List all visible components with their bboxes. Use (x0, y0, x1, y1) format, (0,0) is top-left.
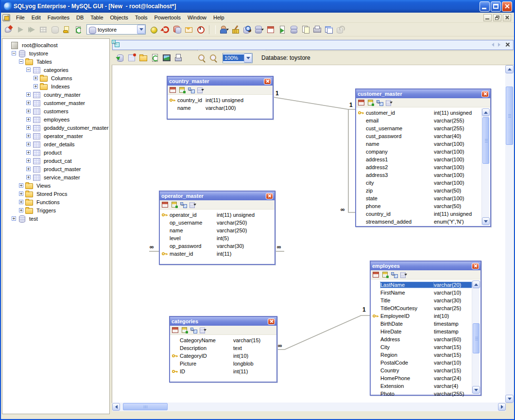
column-row[interactable]: op_password varchar(30) (160, 242, 275, 250)
column-row[interactable]: EmployeeID int(10) (371, 312, 472, 320)
copy-table-icon[interactable] (265, 24, 276, 35)
manage-relationships-icon[interactable] (376, 99, 383, 106)
column-row[interactable]: Address varchar(60) (371, 335, 472, 343)
tree-expander-icon[interactable] (26, 117, 31, 122)
refresh-schema-icon[interactable] (150, 52, 160, 63)
tab-querybuilder[interactable]: QueryBuilder (147, 40, 197, 51)
column-row[interactable]: name varchar(250) (160, 227, 275, 234)
new-connection-icon[interactable] (3, 24, 14, 35)
column-row[interactable]: country_id int(11) unsigned (356, 210, 481, 218)
export-data-icon[interactable] (277, 24, 288, 35)
column-row[interactable]: customer_id int(11) unsigned (356, 109, 481, 117)
scroll-right-icon[interactable] (498, 403, 506, 411)
tree-db-test[interactable]: test (2, 214, 109, 223)
column-row[interactable]: master_id int(11) (160, 250, 275, 258)
mdi-close-button[interactable] (503, 14, 511, 21)
tree-expander-icon[interactable] (26, 150, 31, 155)
menu-help[interactable]: Help (210, 13, 228, 22)
alter-table-icon[interactable] (372, 271, 379, 278)
tree-table-product[interactable]: product (2, 148, 109, 157)
table-header[interactable]: categories (170, 317, 276, 326)
tree-table-country-master[interactable]: country_master (2, 90, 109, 99)
tree-expander-icon[interactable] (19, 192, 23, 196)
table-header[interactable]: operator_master (160, 192, 275, 200)
mdi-minimize-button[interactable] (483, 14, 492, 21)
zoom-out-icon[interactable] (208, 52, 219, 63)
zoom-combo[interactable]: 100% (223, 53, 253, 63)
mdi-window-icon[interactable] (324, 24, 334, 35)
diagram-table-operator_master[interactable]: operator_master (159, 191, 275, 265)
tree-folder-functions[interactable]: Functions (2, 198, 109, 206)
column-row[interactable]: Extension varchar(4) (371, 382, 472, 390)
column-row[interactable]: level int(5) (160, 234, 275, 242)
scroll-left-icon[interactable] (112, 403, 120, 411)
tree-table-order-details[interactable]: order_details (2, 140, 109, 148)
tree-expander-icon[interactable] (19, 200, 23, 204)
column-row[interactable]: LastName varchar(20) (371, 281, 472, 289)
insert-data-icon[interactable] (181, 327, 188, 333)
print-schema-icon[interactable] (173, 52, 184, 63)
menu-objects[interactable]: Objects (107, 13, 132, 22)
tree-table-operator-master[interactable]: operator_master (2, 132, 109, 140)
column-row[interactable]: name varchar(100) (168, 104, 273, 112)
tree-expander-icon[interactable] (12, 51, 16, 55)
tab-close-button[interactable] (504, 41, 511, 48)
tree-expander-icon[interactable] (26, 92, 31, 97)
scroll-up-icon[interactable] (482, 108, 490, 116)
menu-db[interactable]: DB (73, 13, 87, 22)
tree-expander-icon[interactable] (26, 175, 31, 179)
copy-result-icon[interactable] (300, 24, 311, 35)
column-row[interactable]: company varchar(100) (356, 148, 481, 156)
column-row[interactable]: phone varchar(50) (356, 202, 481, 210)
tree-table-employees[interactable]: employees (2, 115, 109, 123)
tree-expander-icon[interactable] (19, 59, 23, 64)
tree-expander-icon[interactable] (26, 109, 31, 113)
tree-table-customers[interactable]: customers (2, 107, 109, 115)
scroll-up-icon[interactable] (505, 65, 514, 73)
column-row[interactable]: CategoryID int(10) (170, 352, 276, 360)
copy-database-icon[interactable] (172, 24, 183, 35)
flush-tools-icon[interactable] (230, 24, 241, 35)
insert-update-icon[interactable] (149, 24, 159, 35)
schema-sync-icon[interactable] (254, 24, 264, 35)
column-row[interactable]: address3 varchar(100) (356, 171, 481, 179)
tree-expander-icon[interactable] (19, 208, 23, 212)
tree-table-product-cat[interactable]: product_cat (2, 157, 109, 165)
scroll-thumb[interactable] (123, 403, 168, 410)
column-row[interactable]: operator_id int(11) unsigned (160, 211, 275, 219)
tree-expander-icon[interactable] (34, 84, 38, 88)
insert-data-icon[interactable] (381, 271, 389, 278)
column-row[interactable]: Region varchar(15) (371, 351, 472, 359)
tree-expander-icon[interactable] (26, 142, 31, 146)
column-row[interactable]: Photo varchar(255) (371, 390, 472, 398)
schema-canvas[interactable]: 11∞∞1∞∞ country_master (112, 65, 505, 403)
canvas-horizontal-scrollbar[interactable] (112, 402, 506, 411)
table-close-button[interactable] (481, 91, 489, 97)
tree-db-toystore[interactable]: toystore (2, 49, 109, 57)
column-row[interactable]: FirstName varchar(10) (371, 289, 472, 297)
column-row[interactable]: cust_username varchar(255) (356, 124, 481, 132)
manage-relationships-icon[interactable] (188, 87, 195, 93)
insert-data-icon[interactable] (178, 87, 186, 93)
tab-scroll-left-icon[interactable] (492, 43, 494, 47)
tree-table-product-master[interactable]: product_master (2, 165, 109, 173)
tree-expander-icon[interactable] (26, 68, 31, 72)
tree-root-localhost[interactable]: root@localhost (2, 41, 109, 49)
table-sync-icon[interactable] (335, 24, 346, 35)
table-close-button[interactable] (266, 193, 273, 199)
user-manager-icon[interactable] (219, 24, 229, 35)
table-close-button[interactable] (268, 318, 275, 325)
minimize-button[interactable] (480, 1, 490, 12)
menu-favorites[interactable]: Favorites (44, 13, 73, 22)
column-row[interactable]: Country varchar(15) (371, 367, 472, 374)
alter-table-icon[interactable] (169, 87, 176, 93)
column-row[interactable]: Description text (170, 344, 276, 352)
tree-expander-icon[interactable] (12, 216, 16, 221)
tree-expander-icon[interactable] (26, 101, 31, 105)
column-visibility-icon[interactable] (400, 271, 407, 278)
alter-table-icon[interactable] (172, 327, 179, 333)
tree-expander-icon[interactable] (26, 167, 31, 171)
table-header[interactable]: employees (371, 262, 481, 270)
execute-all-queries-icon[interactable] (26, 24, 37, 35)
toolbar-separator[interactable] (207, 24, 218, 35)
